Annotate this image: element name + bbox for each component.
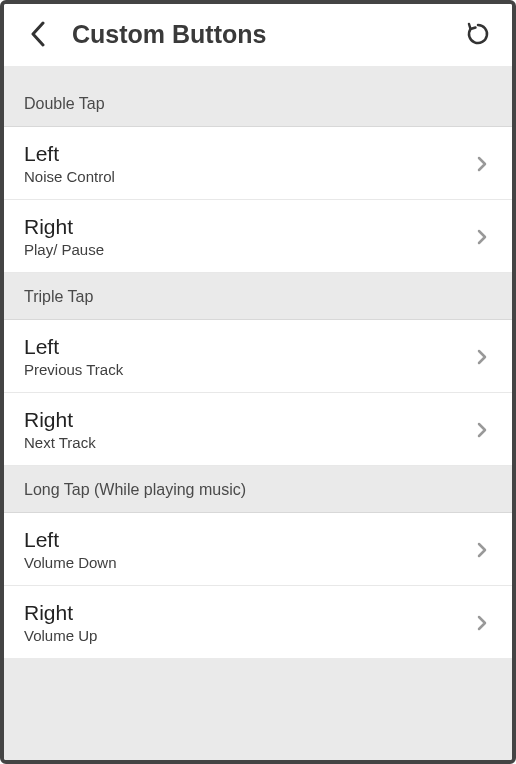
reset-icon [465,21,491,47]
item-long-tap-left[interactable]: Left Volume Down [4,513,512,586]
chevron-right-icon [472,613,492,633]
item-text: Left Noise Control [24,142,472,185]
section-header-double-tap: Double Tap [4,80,512,127]
item-double-tap-left[interactable]: Left Noise Control [4,127,512,200]
item-double-tap-right[interactable]: Right Play/ Pause [4,200,512,273]
header: Custom Buttons [4,4,512,66]
chevron-right-icon [472,154,492,174]
chevron-right-icon [472,227,492,247]
chevron-right-icon [472,420,492,440]
back-icon [30,21,46,47]
item-title: Right [24,215,472,239]
item-text: Right Play/ Pause [24,215,472,258]
item-title: Left [24,335,472,359]
item-title: Left [24,142,472,166]
reset-button[interactable] [462,18,494,50]
item-long-tap-right[interactable]: Right Volume Up [4,586,512,658]
item-title: Right [24,408,472,432]
section-header-long-tap: Long Tap (While playing music) [4,466,512,513]
item-text: Left Previous Track [24,335,472,378]
item-subtitle: Volume Up [24,627,472,644]
back-button[interactable] [22,18,54,50]
item-text: Left Volume Down [24,528,472,571]
item-triple-tap-left[interactable]: Left Previous Track [4,320,512,393]
item-subtitle: Previous Track [24,361,472,378]
item-triple-tap-right[interactable]: Right Next Track [4,393,512,466]
item-text: Right Volume Up [24,601,472,644]
item-subtitle: Volume Down [24,554,472,571]
section-header-triple-tap: Triple Tap [4,273,512,320]
item-title: Right [24,601,472,625]
item-title: Left [24,528,472,552]
item-subtitle: Noise Control [24,168,472,185]
item-text: Right Next Track [24,408,472,451]
content: Double Tap Left Noise Control Right Play… [4,66,512,760]
chevron-right-icon [472,540,492,560]
item-subtitle: Next Track [24,434,472,451]
spacer [4,66,512,80]
page-title: Custom Buttons [72,20,462,49]
chevron-right-icon [472,347,492,367]
item-subtitle: Play/ Pause [24,241,472,258]
